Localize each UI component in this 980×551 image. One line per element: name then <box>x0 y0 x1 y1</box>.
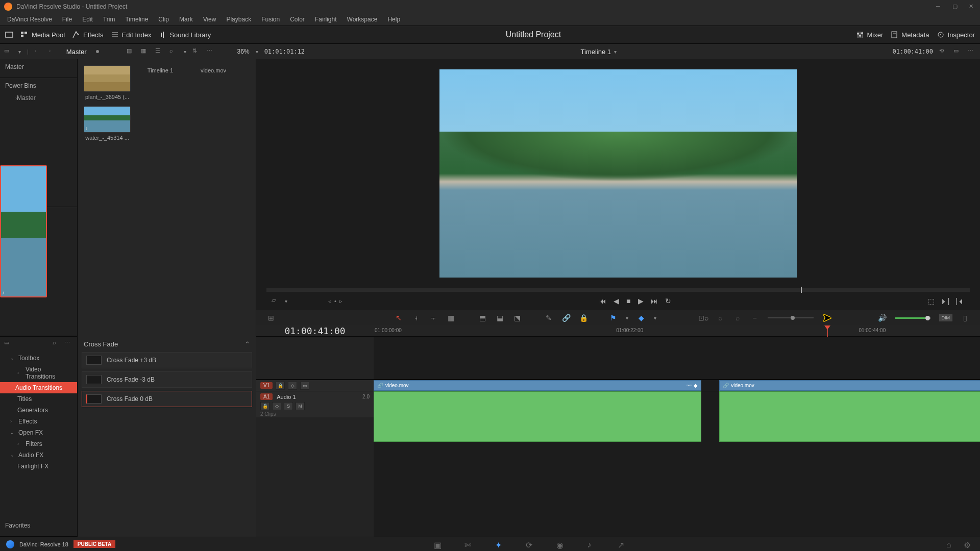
fx-panel-icon[interactable]: ▭ <box>4 339 12 347</box>
edit-page-tab[interactable]: ✦ <box>495 540 505 548</box>
fx-titles[interactable]: Titles <box>0 393 77 405</box>
fx-video-transitions[interactable]: ›Video Transitions <box>0 364 77 382</box>
crop-icon[interactable]: ▱ <box>272 297 280 305</box>
v1-lock-icon[interactable]: 🔒 <box>276 382 285 390</box>
view-strip-icon[interactable]: ▤ <box>127 47 135 56</box>
a1-auto-icon[interactable]: ◇ <box>272 402 281 410</box>
settings-icon[interactable]: ⚙ <box>964 540 974 548</box>
deliver-page-tab[interactable]: ↗ <box>618 540 628 548</box>
marker-icon[interactable]: ◆ <box>636 314 646 322</box>
menu-help[interactable]: Help <box>383 15 404 24</box>
timeline-chevron-icon[interactable]: ▾ <box>614 49 617 55</box>
zoom-custom-icon[interactable]: ⌕ <box>733 314 742 322</box>
viewer-timecode[interactable]: 01:00:41:00 <box>893 48 933 55</box>
clip-timeline1[interactable]: Timeline 1 <box>137 65 184 100</box>
a1-solo-button[interactable]: S <box>284 402 293 410</box>
mixer-panel-icon[interactable]: ▯ <box>961 314 970 322</box>
source-timecode[interactable]: 01:01:01:12 <box>264 48 305 55</box>
menu-color[interactable]: Color <box>286 15 309 24</box>
bin-path[interactable]: Master <box>63 48 90 56</box>
nav-fwd-icon[interactable]: › <box>49 47 57 56</box>
fx-audio-transitions[interactable]: Audio Transitions <box>0 382 77 393</box>
loop-button[interactable]: ↻ <box>665 297 671 305</box>
fx-search-icon[interactable]: ⌕ <box>53 339 61 347</box>
dim-button[interactable]: DIM <box>939 314 953 321</box>
menu-fusion[interactable]: Fusion <box>257 15 284 24</box>
insert-clip-icon[interactable]: ⬒ <box>478 314 487 322</box>
fx-filters[interactable]: ›Filters <box>0 438 77 449</box>
audio-clip-2[interactable] <box>719 391 980 442</box>
menu-workspace[interactable]: Workspace <box>343 15 382 24</box>
layout-icon[interactable] <box>5 31 13 39</box>
selection-tool[interactable]: ↖ <box>394 314 403 322</box>
clip-plant[interactable]: plant_-_36945 (... <box>84 65 131 100</box>
cut-page-tab[interactable]: ✄ <box>464 540 475 548</box>
jog-bar[interactable] <box>266 288 970 292</box>
effects-toggle[interactable]: Effects <box>72 31 104 39</box>
mixer-toggle[interactable]: Mixer <box>856 31 884 39</box>
menu-view[interactable]: View <box>199 15 220 24</box>
link-icon[interactable]: 🔗 <box>561 314 571 322</box>
clip-water[interactable]: ♪ water_-_45314 ... <box>84 106 131 141</box>
audio-track-1[interactable] <box>374 391 980 442</box>
v1-badge[interactable]: V1 <box>260 382 273 389</box>
menu-dots-icon[interactable]: ⋯ <box>207 47 215 56</box>
a1-badge[interactable]: A1 <box>260 393 273 400</box>
trim-tool[interactable]: ⫞ <box>411 314 421 322</box>
sort-icon[interactable]: ⇅ <box>192 47 201 56</box>
metadata-toggle[interactable]: Metadata <box>890 31 929 39</box>
menu-edit[interactable]: Edit <box>78 15 97 24</box>
zoom-percent[interactable]: 36% <box>237 48 250 55</box>
fx-audiofx[interactable]: ⌄Audio FX <box>0 449 77 461</box>
master-bin[interactable]: Master <box>5 63 72 70</box>
replace-clip-icon[interactable]: ⬔ <box>512 314 522 322</box>
v1-auto-icon[interactable]: ◇ <box>288 382 297 390</box>
video-clip-1[interactable]: 🔗 video.mov 〰◆ <box>374 380 701 391</box>
chevron-down-icon[interactable]: ▾ <box>18 49 21 55</box>
v1-track-header[interactable]: V1 🔒 ◇ ▭ <box>256 380 374 391</box>
search-icon[interactable]: ⌕ <box>169 47 178 56</box>
edit-index-toggle[interactable]: Edit Index <box>111 31 152 39</box>
a1-lock-icon[interactable]: 🔒 <box>260 402 270 410</box>
timeline-name[interactable]: Timeline 1 <box>581 48 611 56</box>
fx-generators[interactable]: Generators <box>0 405 77 416</box>
view-grid-icon[interactable]: ▦ <box>141 47 149 56</box>
fx-menu-icon[interactable]: ⋯ <box>65 339 73 347</box>
fx-effects[interactable]: ›Effects <box>0 416 77 427</box>
menu-clip[interactable]: Clip <box>154 15 173 24</box>
clip-video[interactable]: ♪ video.mov <box>190 65 237 100</box>
fx-crossfade-plus3[interactable]: Cross Fade +3 dB <box>82 352 252 368</box>
prev-edit-icon[interactable]: ◃ <box>328 298 331 305</box>
bin-list-icon[interactable]: ▭ <box>4 47 12 56</box>
fx-crossfade-minus3[interactable]: Cross Fade -3 dB <box>82 371 252 388</box>
bypass-icon[interactable]: ⟲ <box>939 47 947 56</box>
zoom-minus-icon[interactable]: − <box>750 314 760 322</box>
stop-button[interactable]: ■ <box>626 297 630 305</box>
blade-tool[interactable]: ▥ <box>446 314 455 322</box>
v1-enable-icon[interactable]: ▭ <box>300 382 309 390</box>
fx-openfx[interactable]: ⌄Open FX <box>0 427 77 438</box>
sound-library-toggle[interactable]: Sound Library <box>158 31 211 39</box>
go-start-button[interactable]: ⏮ <box>599 297 606 305</box>
current-edit-icon[interactable]: • <box>334 298 336 305</box>
menu-fairlight[interactable]: Fairlight <box>311 15 341 24</box>
nav-back-icon[interactable]: ‹ <box>35 47 43 56</box>
menu-file[interactable]: File <box>58 15 76 24</box>
volume-slider[interactable] <box>895 317 931 319</box>
video-clip-2[interactable]: 🔗 video.mov <box>719 380 980 391</box>
fairlight-page-tab[interactable]: ♪ <box>587 540 597 548</box>
fx-toolbox[interactable]: ⌄Toolbox <box>0 353 77 364</box>
video-track-1[interactable]: 🔗 video.mov 〰◆ 🔗 video.mov <box>374 380 980 391</box>
match-frame-icon[interactable]: ⬚ <box>928 297 935 305</box>
zoom-plus-icon[interactable]: + <box>822 314 831 322</box>
next-edit-icon[interactable]: ▹ <box>339 298 342 305</box>
menu-davinci[interactable]: DaVinci Resolve <box>3 15 56 24</box>
in-point-icon[interactable]: ⏵| <box>941 297 950 305</box>
options-dots-icon[interactable]: ⋯ <box>968 47 976 56</box>
menu-trim[interactable]: Trim <box>99 15 119 24</box>
media-page-tab[interactable]: ▣ <box>434 540 444 548</box>
viewer[interactable] <box>256 59 980 288</box>
zoom-chevron-icon[interactable]: ▾ <box>256 49 258 55</box>
media-pool-toggle[interactable]: Media Pool <box>20 31 65 39</box>
go-end-button[interactable]: ⏭ <box>651 297 658 305</box>
